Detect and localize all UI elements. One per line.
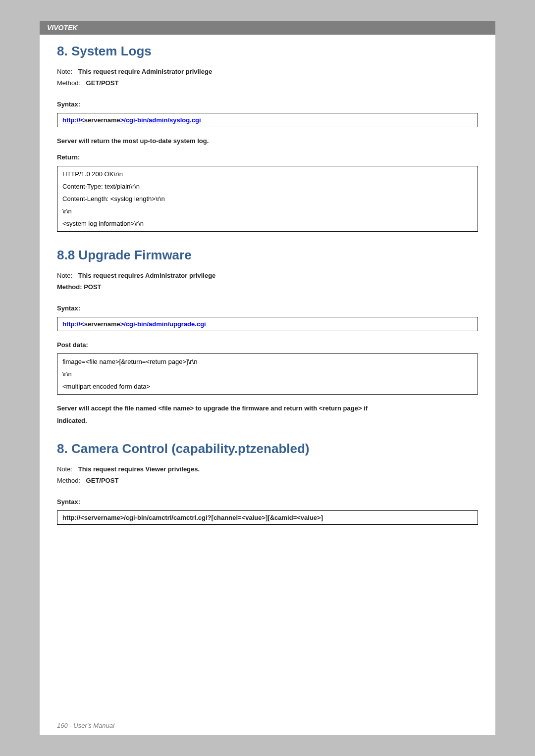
syntax-label: Syntax: [57, 101, 478, 108]
url-middle: >/cgi-bin/camctrl/camctrl.cgi?[channel=<… [120, 514, 323, 521]
note-label: Note: [57, 68, 72, 75]
return-paragraph1: Server will accept the file named <file … [57, 404, 478, 412]
return-label: Return: [57, 153, 478, 161]
url-suffix: >/cgi-bin/admin/syslog.cgi [120, 116, 201, 124]
note-value: This request requires Viewer privileges. [78, 465, 200, 473]
return-paragraph: Server will return the most up-to-date s… [57, 137, 478, 145]
footer-text: 160 - User's Manual [57, 722, 114, 729]
post-data-line: \r\n [62, 370, 473, 378]
page-content: 8. System Logs Note: This request requir… [40, 35, 495, 525]
note-label: Note: [57, 272, 72, 279]
url-servername: servername [84, 116, 120, 124]
post-data-line: fimage=<file name>[&return=<return page>… [62, 358, 473, 365]
method-value: GET/POST [86, 477, 119, 484]
section-title-camera: 8. Camera Control (capability.ptzenabled… [57, 441, 478, 456]
method-line: Method: GET/POST [57, 79, 478, 87]
note-line: Note: This request requires Administrato… [57, 272, 478, 279]
note-line: Note: This request require Administrator… [57, 68, 478, 75]
return-line: <system log information>\r\n [62, 220, 473, 227]
url-suffix: >/cgi-bin/admin/upgrade.cgi [120, 320, 206, 328]
section-break [57, 429, 478, 441]
note-line: Note: This request requires Viewer privi… [57, 465, 478, 473]
return-line: HTTP/1.0 200 OK\r\n [62, 170, 473, 178]
return-line: Content-Length: <syslog length>\r\n [62, 195, 473, 202]
method-line: Method: GET/POST [57, 477, 478, 484]
section-title-firmware: 8.8 Upgrade Firmware [57, 248, 478, 263]
syntax-label: Syntax: [57, 304, 478, 312]
syntax-box-firmware: http://<servername>/cgi-bin/admin/upgrad… [57, 317, 478, 331]
url-prefix: http://< [62, 320, 84, 328]
method-label: Method: [57, 477, 80, 484]
url-servername: servername [84, 320, 120, 328]
page-container: VIVOTEK 8. System Logs Note: This reques… [40, 21, 495, 735]
url-prefix: http://< [62, 116, 84, 124]
post-data-line: <multipart encoded form data> [62, 383, 473, 390]
header-brand: VIVOTEK [47, 24, 77, 32]
return-line: \r\n [62, 207, 473, 215]
method-label: Method: [57, 79, 80, 87]
method-value: GET/POST [86, 79, 119, 87]
return-line: Content-Type: text/plain\r\n [62, 183, 473, 190]
page-header: VIVOTEK [40, 21, 495, 35]
page-footer: 160 - User's Manual [57, 722, 114, 729]
return-box-logs: HTTP/1.0 200 OK\r\n Content-Type: text/p… [57, 166, 478, 232]
url-prefix: http://< [62, 514, 84, 521]
note-value: This request requires Administrator priv… [78, 272, 216, 279]
syntax-box-camera: http://<servername>/cgi-bin/camctrl/camc… [57, 510, 478, 525]
note-value: This request require Administrator privi… [78, 68, 212, 75]
syntax-box-logs: http://<servername>/cgi-bin/admin/syslog… [57, 113, 478, 127]
post-data-label: Post data: [57, 341, 478, 349]
method-text: Method: POST [57, 283, 478, 291]
section-title-logs: 8. System Logs [57, 44, 478, 59]
return-paragraph2: indicated. [57, 417, 478, 424]
syntax-label: Syntax: [57, 498, 478, 505]
post-data-box: fimage=<file name>[&return=<return page>… [57, 353, 478, 395]
url-servername: servername [84, 514, 120, 521]
note-label: Note: [57, 465, 72, 473]
